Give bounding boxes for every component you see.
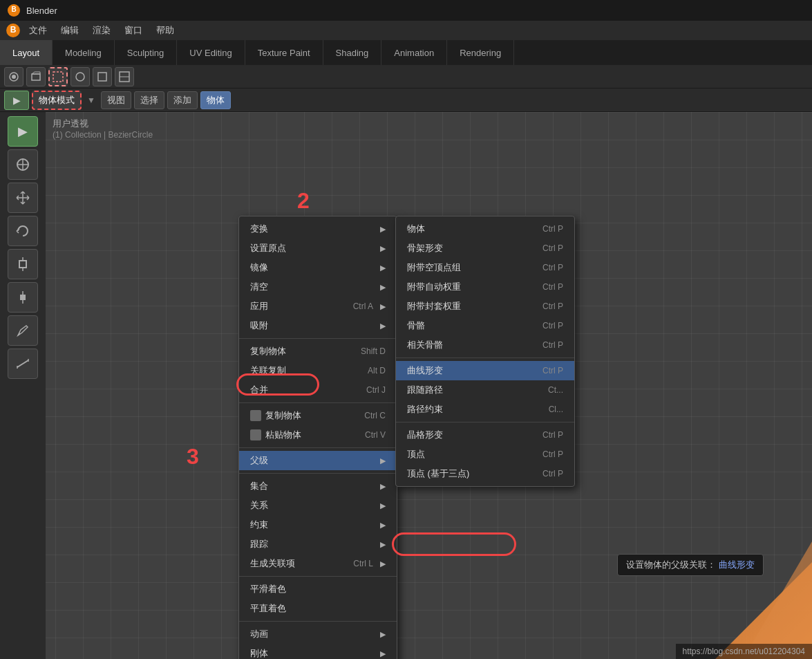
- menu-edit[interactable]: 编辑: [55, 22, 84, 39]
- blender-menu-logo: B: [6, 23, 21, 38]
- select-btn[interactable]: 选择: [134, 91, 164, 109]
- tooltip-highlight-text: 曲线形变: [719, 559, 755, 570]
- menu-divider-3: [239, 447, 397, 448]
- menu-item-copy[interactable]: 复制物体 Ctrl C: [239, 406, 397, 425]
- menu-item-constraints[interactable]: 约束 ▶: [239, 515, 397, 535]
- parent-item-armature-deform[interactable]: 骨架形变 Ctrl P: [396, 239, 574, 258]
- menu-window[interactable]: 窗口: [119, 22, 148, 39]
- toolbar-row: [0, 65, 812, 89]
- menu-item-smooth-shade[interactable]: 平滑着色: [239, 579, 397, 599]
- tool-annotate[interactable]: [8, 315, 38, 346]
- parent-divider-1: [396, 358, 574, 358]
- menu-item-animation[interactable]: 动画 ▶: [239, 624, 397, 644]
- arrow-icon: ▶: [380, 559, 386, 568]
- menu-item-make-links[interactable]: 生成关联项 Ctrl L ▶: [239, 554, 397, 573]
- menu-item-duplicate[interactable]: 复制物体 Shift D: [239, 342, 397, 361]
- menu-item-clear[interactable]: 清空 ▶: [239, 277, 397, 297]
- view-btn[interactable]: 视图: [101, 91, 131, 109]
- shortcut-paste: Ctrl V: [365, 430, 386, 440]
- parent-item-empty-vertex[interactable]: 附带空顶点组 Ctrl P: [396, 258, 574, 277]
- tool-move[interactable]: [8, 183, 38, 213]
- svg-text:B: B: [10, 25, 17, 35]
- select-tool-btn[interactable]: [48, 67, 68, 86]
- menu-item-paste[interactable]: 粘贴物体 Ctrl V: [239, 425, 397, 445]
- tab-uv-editing[interactable]: UV Editing: [177, 40, 245, 65]
- add-btn[interactable]: 添加: [167, 91, 198, 109]
- menu-item-linked-duplicate[interactable]: 关联复制 Alt D: [239, 361, 397, 380]
- tab-texture-paint[interactable]: Texture Paint: [245, 40, 323, 65]
- object-mode-select[interactable]: 物体模式: [32, 91, 82, 110]
- menu-item-rigidbody[interactable]: 刚体 ▶: [239, 644, 397, 659]
- select-extra-btn[interactable]: [115, 67, 134, 86]
- shortcut-vertex: Ctrl P: [542, 449, 563, 459]
- menu-file[interactable]: 文件: [23, 22, 53, 39]
- tooltip-text: 设置物体的父级关联：: [626, 559, 716, 570]
- arrow-icon: ▶: [380, 649, 386, 658]
- url-text: https://blog.csdn.net/u012204304: [683, 647, 805, 656]
- shortcut-join: Ctrl J: [366, 385, 386, 395]
- arrow-icon: ▶: [380, 521, 386, 530]
- menu-divider-5: [239, 576, 397, 577]
- parent-item-curve-deform[interactable]: 曲线形变 Ctrl P: [396, 361, 574, 380]
- shortcut-relative-bone: Ctrl P: [542, 340, 563, 350]
- tool-measure[interactable]: [8, 349, 38, 379]
- viewport-collection-label: (1) Collection | BezierCircle: [53, 130, 153, 140]
- shortcut-follow-path: Ct...: [548, 385, 563, 395]
- menu-item-collection[interactable]: 集合 ▶: [239, 476, 397, 496]
- mode-row: ▶ 物体模式 ▼ 视图 选择 添加 物体: [0, 89, 812, 112]
- mode-icon-btn[interactable]: [4, 67, 23, 86]
- select-lasso-btn[interactable]: [93, 67, 112, 86]
- tab-sculpting[interactable]: Sculpting: [115, 40, 177, 65]
- parent-item-bone[interactable]: 骨骼 Ctrl P: [396, 316, 574, 335]
- menu-item-relations[interactable]: 关系 ▶: [239, 496, 397, 515]
- svg-point-5: [12, 75, 16, 79]
- shortcut-copy: Ctrl C: [364, 411, 386, 420]
- workspace-tabs: Layout Modeling Sculpting UV Editing Tex…: [0, 40, 812, 65]
- parent-item-auto-weight[interactable]: 附带自动权重 Ctrl P: [396, 277, 574, 297]
- menu-divider-2: [239, 402, 397, 403]
- parent-item-lattice-deform[interactable]: 晶格形变 Ctrl P: [396, 425, 574, 445]
- svg-text:B: B: [11, 6, 16, 13]
- tool-transform[interactable]: [8, 282, 38, 313]
- menu-item-mirror[interactable]: 镜像 ▶: [239, 258, 397, 277]
- object-btn[interactable]: 物体: [200, 91, 231, 109]
- tab-modeling[interactable]: Modeling: [53, 40, 115, 65]
- svg-line-23: [17, 360, 28, 367]
- tab-layout[interactable]: Layout: [0, 40, 53, 65]
- parent-item-relative-bone[interactable]: 相关骨骼 Ctrl P: [396, 335, 574, 355]
- url-bar: https://blog.csdn.net/u012204304: [676, 644, 812, 659]
- menu-item-parent[interactable]: 父级 ▶: [239, 451, 397, 470]
- viewport-icon-btn[interactable]: ▶: [4, 91, 29, 110]
- select-circle-btn[interactable]: [70, 67, 90, 86]
- menu-render[interactable]: 渲染: [87, 22, 116, 39]
- parent-item-follow-path[interactable]: 跟随路径 Ct...: [396, 380, 574, 400]
- parent-item-path-constraint[interactable]: 路径约束 Cl...: [396, 400, 574, 419]
- menu-item-track[interactable]: 跟踪 ▶: [239, 535, 397, 554]
- menu-item-flat-shade[interactable]: 平直着色: [239, 599, 397, 618]
- tab-shading[interactable]: Shading: [323, 40, 382, 65]
- parent-item-vertex[interactable]: 顶点 Ctrl P: [396, 445, 574, 464]
- tool-rotate[interactable]: [8, 216, 38, 246]
- arrow-icon: ▶: [380, 283, 386, 292]
- tab-animation[interactable]: Animation: [381, 40, 447, 65]
- parent-item-object[interactable]: 物体 Ctrl P: [396, 219, 574, 239]
- svg-rect-10: [98, 73, 106, 81]
- arrow-icon: ▶: [380, 322, 386, 331]
- menu-item-apply[interactable]: 应用 Ctrl A ▶: [239, 297, 397, 316]
- arrow-icon: ▶: [380, 501, 386, 510]
- select-box-btn[interactable]: [26, 67, 46, 86]
- parent-item-envelope-weight[interactable]: 附带封套权重 Ctrl P: [396, 297, 574, 316]
- menu-item-set-origin[interactable]: 设置原点 ▶: [239, 239, 397, 258]
- tab-rendering[interactable]: Rendering: [447, 40, 514, 65]
- shortcut-curve-deform: Ctrl P: [542, 366, 563, 375]
- menu-item-snap[interactable]: 吸附 ▶: [239, 316, 397, 335]
- tool-scale[interactable]: [8, 249, 38, 279]
- app-title: Blender: [26, 6, 57, 16]
- tool-cursor[interactable]: [8, 149, 38, 180]
- menu-item-transform[interactable]: 变换 ▶: [239, 219, 397, 239]
- tool-select[interactable]: ▶: [8, 116, 38, 147]
- menu-item-join[interactable]: 合并 Ctrl J: [239, 380, 397, 400]
- shortcut-lattice-deform: Ctrl P: [542, 430, 563, 440]
- menu-help[interactable]: 帮助: [151, 22, 180, 39]
- parent-item-vertex-triangle[interactable]: 顶点 (基于三点) Ctrl P: [396, 464, 574, 483]
